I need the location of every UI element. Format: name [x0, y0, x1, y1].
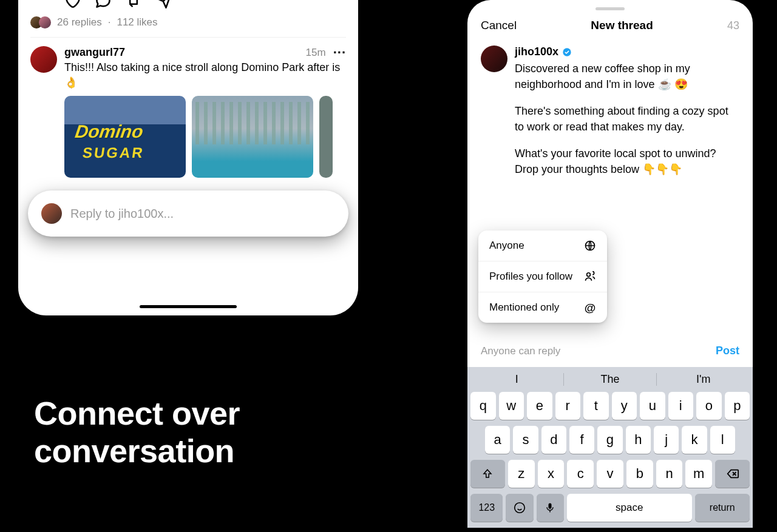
key-s[interactable]: s	[513, 426, 538, 454]
key-b[interactable]: b	[626, 460, 653, 488]
username[interactable]: gwangurl77	[64, 46, 125, 59]
image-brand-text: Domino	[74, 121, 144, 142]
more-icon[interactable]: ···	[333, 50, 346, 56]
emoji-point-down: 👇👇👇	[642, 163, 682, 175]
repost-icon[interactable]	[125, 0, 142, 12]
share-icon[interactable]	[155, 0, 172, 12]
key-g[interactable]: g	[597, 426, 622, 454]
divider	[30, 37, 346, 38]
post-actions	[64, 0, 346, 12]
keyboard-row-1: qwertyuiop	[470, 392, 750, 420]
suggestion-1[interactable]: I	[470, 373, 563, 386]
reply-audience-label[interactable]: Anyone can reply	[481, 345, 560, 357]
key-k[interactable]: k	[682, 426, 707, 454]
compose-footer: Anyone can reply Post	[467, 335, 753, 367]
svg-point-4	[587, 273, 591, 277]
post-button[interactable]: Post	[716, 345, 739, 357]
key-shift[interactable]	[470, 460, 505, 488]
keyboard-row-2: asdfghjkl	[470, 426, 750, 454]
reply-bar[interactable]: Reply to jiho100x...	[28, 190, 348, 237]
audience-popover: Anyone Profiles you follow Mentioned onl…	[478, 231, 607, 323]
compose-text[interactable]: Discovered a new coffee shop in my neigh…	[515, 61, 739, 178]
key-u[interactable]: u	[640, 392, 665, 420]
key-return[interactable]: return	[695, 494, 750, 522]
promo-caption: Connect over conversation	[34, 394, 240, 470]
key-t[interactable]: t	[583, 392, 609, 420]
separator-dot: ·	[108, 16, 111, 29]
key-q[interactable]: q	[470, 392, 496, 420]
svg-point-1	[515, 503, 525, 513]
at-icon: @	[584, 301, 596, 314]
key-v[interactable]: v	[597, 460, 623, 488]
char-counter: 43	[727, 19, 739, 32]
key-c[interactable]: c	[567, 460, 594, 488]
key-f[interactable]: f	[569, 426, 594, 454]
replies-count[interactable]: 26 replies	[57, 16, 102, 29]
key-w[interactable]: w	[499, 392, 524, 420]
key-r[interactable]: r	[555, 392, 581, 420]
avatar[interactable]	[481, 45, 507, 72]
avatar	[41, 203, 62, 224]
cancel-button[interactable]: Cancel	[481, 19, 517, 32]
verified-badge-icon	[562, 47, 572, 57]
post-stats: 26 replies · 112 likes	[30, 16, 346, 29]
comment-icon[interactable]	[95, 0, 112, 12]
key-p[interactable]: p	[725, 392, 750, 420]
media-row: Domino SUGAR	[64, 96, 346, 178]
ok-hand-emoji: 👌	[64, 76, 78, 89]
keyboard: I The I'm qwertyuiop asdfghjkl zxcvbnm 1…	[467, 367, 753, 528]
feed: aimi.allover 33m ··· Devoción!! 26 repli…	[18, 0, 358, 178]
emoji-coffee-heart-eyes: ☕ 😍	[658, 78, 688, 90]
key-mic[interactable]	[537, 494, 564, 522]
key-h[interactable]: h	[626, 426, 651, 454]
home-indicator	[140, 305, 237, 308]
post-2: gwangurl77 15m ··· This!!! Also taking a…	[30, 46, 346, 178]
keyboard-row-4: 123 space return	[470, 494, 750, 522]
media-image-3[interactable]	[319, 96, 333, 178]
key-z[interactable]: z	[508, 460, 535, 488]
key-x[interactable]: x	[538, 460, 565, 488]
media-image-2[interactable]	[192, 96, 313, 178]
key-n[interactable]: n	[656, 460, 683, 488]
likes-count[interactable]: 112 likes	[117, 16, 157, 29]
key-i[interactable]: i	[668, 392, 694, 420]
timestamp: 15m	[306, 47, 326, 59]
image-brand-subtext: SUGAR	[81, 144, 146, 161]
key-y[interactable]: y	[612, 392, 637, 420]
key-a[interactable]: a	[485, 426, 510, 454]
reply-placeholder: Reply to jiho100x...	[70, 207, 174, 221]
avatar[interactable]	[30, 46, 57, 73]
audience-option-anyone[interactable]: Anyone	[478, 231, 607, 261]
people-icon	[584, 271, 596, 283]
sheet-title: New thread	[591, 19, 653, 32]
key-j[interactable]: j	[654, 426, 679, 454]
audience-option-follow[interactable]: Profiles you follow	[478, 261, 607, 292]
key-m[interactable]: m	[685, 460, 712, 488]
key-l[interactable]: l	[710, 426, 735, 454]
key-123[interactable]: 123	[470, 494, 503, 522]
post-body: This!!! Also taking a nice stroll along …	[64, 60, 346, 90]
keyboard-suggestions: I The I'm	[470, 373, 750, 386]
suggestion-3[interactable]: I'm	[657, 373, 750, 386]
key-emoji[interactable]	[506, 494, 533, 522]
globe-icon	[584, 240, 596, 252]
key-backspace[interactable]	[715, 460, 750, 488]
key-space[interactable]: space	[567, 494, 692, 522]
phone-left-frame: aimi.allover 33m ··· Devoción!! 26 repli…	[18, 0, 358, 315]
sheet-handle[interactable]	[595, 7, 625, 10]
compose-body: jiho100x Discovered a new coffee shop in…	[467, 42, 753, 189]
post-1: aimi.allover 33m ··· Devoción!!	[30, 0, 346, 16]
suggestion-2[interactable]: The	[563, 373, 657, 386]
avatar-stack[interactable]	[30, 16, 51, 29]
username[interactable]: jiho100x	[515, 45, 572, 58]
heart-icon[interactable]	[64, 0, 81, 12]
audience-option-mentioned[interactable]: Mentioned only @	[478, 292, 607, 323]
key-d[interactable]: d	[541, 426, 566, 454]
keyboard-row-3: zxcvbnm	[470, 460, 750, 488]
key-o[interactable]: o	[696, 392, 722, 420]
svg-rect-2	[549, 503, 552, 509]
new-thread-header: Cancel New thread 43	[467, 15, 753, 42]
key-e[interactable]: e	[527, 392, 552, 420]
media-image-1[interactable]: Domino SUGAR	[64, 96, 186, 178]
